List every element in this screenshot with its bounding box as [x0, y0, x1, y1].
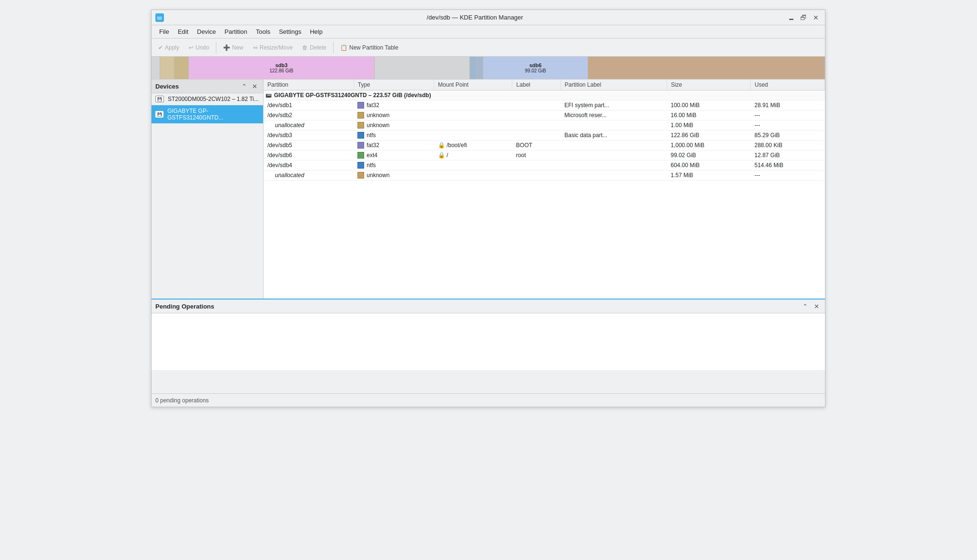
partition-name-1: /dev/sdb2	[264, 110, 354, 120]
disk-seg-unalloc2[interactable]	[375, 57, 470, 79]
disk-seg-sdb3[interactable]: sdb3 122.86 GiB	[189, 57, 375, 79]
disk-seg-sdb6[interactable]: sdb6 99.02 GiB	[483, 57, 588, 79]
partition-mount-7	[434, 170, 512, 180]
toolbar-sep-1	[216, 42, 216, 53]
disk-seg-sdb3-label: sdb3	[275, 62, 288, 68]
menu-tools[interactable]: Tools	[252, 27, 274, 37]
partition-name-7: unallocated	[264, 170, 354, 180]
partition-name-2: unallocated	[264, 120, 354, 130]
disk-seg-sdb3-size: 122.86 GiB	[269, 68, 293, 73]
disk-seg-small2[interactable]	[477, 57, 483, 79]
pending-expand-button[interactable]: ⌃	[800, 301, 810, 311]
partition-type-4: fat32	[354, 140, 434, 150]
main-window: 🖴 /dev/sdb — KDE Partition Manager 🗕 🗗 ✕…	[151, 10, 825, 407]
type-icon-2	[357, 122, 364, 129]
partition-row-1[interactable]: /dev/sdb2 unknown Microsoft reser... 16.…	[264, 110, 825, 120]
partition-table-grid: Partition Type Mount Point Label Partiti…	[264, 80, 825, 180]
partition-mount-0	[434, 100, 512, 110]
partition-name-4: /dev/sdb5	[264, 140, 354, 150]
menu-edit[interactable]: Edit	[174, 27, 192, 37]
menu-file[interactable]: File	[155, 27, 173, 37]
undo-button[interactable]: ↩ Undo	[185, 42, 213, 53]
partition-row-0[interactable]: /dev/sdb1 fat32 EFI system part... 100.0…	[264, 100, 825, 110]
resize-label: Resize/Move	[260, 44, 293, 51]
partition-plabel-6	[560, 160, 667, 170]
partition-name-0: /dev/sdb1	[264, 100, 354, 110]
new-partition-table-label: New Partition Table	[349, 44, 398, 51]
device-row-name: GIGABYTE GP-GSTFS31240GNTD – 223.57 GiB …	[274, 92, 431, 99]
disk-seg-small1[interactable]	[470, 57, 477, 79]
partition-label-5: root	[512, 150, 560, 160]
type-icon-5	[357, 152, 364, 159]
disk-bar: sdb3 122.86 GiB sdb6 99.02 GiB	[152, 57, 825, 80]
pending-close-button[interactable]: ✕	[812, 301, 821, 311]
hdd-icon-0: 💾	[155, 96, 164, 102]
col-type: Type	[354, 80, 434, 90]
partition-type-6: ntfs	[354, 160, 434, 170]
partition-plabel-2	[560, 120, 667, 130]
menu-help[interactable]: Help	[306, 27, 326, 37]
disk-seg-unalloc1[interactable]	[152, 57, 160, 79]
col-label: Label	[512, 80, 560, 90]
type-icon-4	[357, 142, 364, 149]
disk-seg-sdb6-size: 99.02 GiB	[525, 68, 546, 73]
partition-mount-6	[434, 160, 512, 170]
partition-row-6[interactable]: /dev/sdb4 ntfs 604.00 MiB 514.46 MiB	[264, 160, 825, 170]
resize-button[interactable]: ⇔ Resize/Move	[249, 42, 296, 53]
partition-size-5: 99.02 GiB	[667, 150, 751, 160]
type-icon-1	[357, 112, 364, 119]
partition-label-7	[512, 170, 560, 180]
disk-seg-sdb4[interactable]	[174, 57, 189, 79]
minimize-button[interactable]: 🗕	[786, 12, 796, 23]
new-partition-table-button[interactable]: 📋 New Partition Table	[336, 42, 402, 53]
delete-label: Delete	[310, 44, 326, 51]
disk-seg-sdb5[interactable]	[160, 57, 174, 79]
partition-size-1: 16.00 MiB	[667, 110, 751, 120]
maximize-button[interactable]: 🗗	[798, 12, 809, 23]
menu-partition[interactable]: Partition	[221, 27, 251, 37]
partition-size-6: 604.00 MiB	[667, 160, 751, 170]
partition-name-6: /dev/sdb4	[264, 160, 354, 170]
partition-row-2[interactable]: unallocated unknown 1.00 MiB ---	[264, 120, 825, 130]
sidebar-expand-button[interactable]: ⌃	[239, 81, 249, 91]
pending-panel: Pending Operations ⌃ ✕	[152, 299, 825, 313]
delete-icon: 🗑	[302, 44, 308, 51]
sidebar-close-button[interactable]: ✕	[250, 81, 259, 91]
sidebar-item-device-0[interactable]: 💾 ST2000DM005-2CW102 – 1.82 Ti...	[152, 93, 263, 105]
partition-used-0: 28.91 MiB	[751, 100, 825, 110]
apply-label: Apply	[165, 44, 179, 51]
menu-device[interactable]: Device	[193, 27, 220, 37]
partition-row-4[interactable]: /dev/sdb5 fat32 🔒 /boot/efi BOOT 1,000.0…	[264, 140, 825, 150]
partition-row-5[interactable]: /dev/sdb6 ext4 🔒 / root 99.02 GiB 12.87 …	[264, 150, 825, 160]
partition-type-1: unknown	[354, 110, 434, 120]
partition-row-3[interactable]: /dev/sdb3 ntfs Basic data part... 122.86…	[264, 130, 825, 140]
sidebar-item-device-1[interactable]: 💾 GIGABYTE GP-GSTFS31240GNTD...	[152, 105, 263, 124]
device-row[interactable]: 🖴 GIGABYTE GP-GSTFS31240GNTD – 223.57 Gi…	[264, 90, 825, 100]
new-button[interactable]: ➕ New	[219, 42, 247, 53]
menu-settings[interactable]: Settings	[275, 27, 305, 37]
device-name-0: ST2000DM005-2CW102 – 1.82 Ti...	[168, 96, 259, 102]
close-button[interactable]: ✕	[811, 12, 821, 23]
partition-plabel-1: Microsoft reser...	[560, 110, 667, 120]
type-icon-0	[357, 102, 364, 109]
partition-size-3: 122.86 GiB	[667, 130, 751, 140]
disk-seg-unalloc3[interactable]	[588, 57, 825, 79]
sidebar-title: Devices	[155, 83, 179, 90]
sidebar-header-controls: ⌃ ✕	[239, 81, 259, 91]
app-icon: 🖴	[155, 13, 164, 22]
partition-used-5: 12.87 GiB	[751, 150, 825, 160]
col-partition: Partition	[264, 80, 354, 90]
partition-plabel-7	[560, 170, 667, 180]
partition-type-5: ext4	[354, 150, 434, 160]
apply-button[interactable]: ✔ Apply	[154, 42, 183, 53]
resize-icon: ⇔	[253, 44, 258, 51]
partition-label-1	[512, 110, 560, 120]
delete-button[interactable]: 🗑 Delete	[298, 42, 330, 53]
disk-seg-sdb6-label: sdb6	[529, 62, 542, 68]
pending-content	[152, 313, 825, 370]
partition-row-7[interactable]: unallocated unknown 1.57 MiB ---	[264, 170, 825, 180]
status-text: 0 pending operations	[155, 397, 209, 404]
partition-used-6: 514.46 MiB	[751, 160, 825, 170]
type-icon-6	[357, 162, 364, 169]
new-icon: ➕	[223, 44, 230, 51]
